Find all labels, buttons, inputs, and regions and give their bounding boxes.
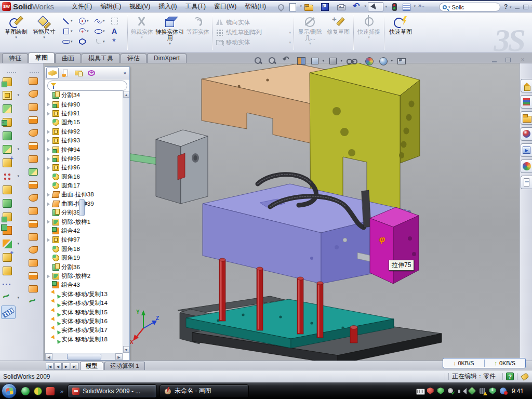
motion-study-tab[interactable]: 运动算例 1 <box>104 362 145 370</box>
options-icon[interactable] <box>401 2 411 11</box>
planar-surface-icon[interactable] <box>27 154 39 164</box>
help-button[interactable]: ? <box>504 3 508 10</box>
section-view-icon[interactable] <box>296 56 306 65</box>
model-tab[interactable]: 模型 <box>80 362 103 370</box>
delete-body-icon[interactable] <box>1 265 14 277</box>
display-style-icon[interactable] <box>328 56 338 65</box>
menu-item[interactable]: 帮助(H) <box>241 2 270 11</box>
restore-button[interactable] <box>522 3 530 10</box>
knit-surface-icon[interactable] <box>27 180 39 190</box>
health-shield-icon[interactable] <box>489 387 497 395</box>
player-quick-icon[interactable] <box>33 387 43 396</box>
feature-tree-item[interactable]: 切除-放样2 <box>45 272 123 281</box>
text-tool-button[interactable] <box>110 26 126 36</box>
file-explorer-icon[interactable] <box>521 111 532 125</box>
feature-tree-item[interactable]: 拉伸95 <box>45 154 123 163</box>
sketch-caret-icon[interactable]: ▾ <box>15 35 17 39</box>
feature-tree-item[interactable]: 圆角15 <box>45 118 123 127</box>
ribbon-tab[interactable]: DimXpert <box>147 54 187 63</box>
mirror-bodies-icon[interactable] <box>1 184 14 196</box>
messenger-offline-icon[interactable] <box>499 387 507 395</box>
pin-icon[interactable] <box>275 2 286 11</box>
search-caret-icon[interactable]: ▾ <box>448 5 450 9</box>
view-settings-icon[interactable] <box>396 56 407 65</box>
combine-icon[interactable] <box>1 224 14 236</box>
circle-tool-button[interactable]: ▾ <box>78 16 94 25</box>
antivirus-icon[interactable] <box>427 387 434 395</box>
feature-tree-item[interactable]: 圆角19 <box>45 254 123 262</box>
tag-icon[interactable] <box>521 373 529 380</box>
scroll-left-icon[interactable]: ◀ <box>45 353 52 360</box>
tree-horizontal-scrollbar[interactable]: ◀ ▶ <box>45 353 123 360</box>
view-orientation-icon[interactable] <box>310 56 320 65</box>
feature-tree-item[interactable]: 拉伸92 <box>45 127 123 136</box>
help-caret-icon[interactable]: ▾ <box>510 5 512 9</box>
swept-boss-icon[interactable] <box>1 116 14 128</box>
menu-item[interactable]: 视图(V) <box>125 2 154 11</box>
feature-tree-item[interactable]: 实体-移动/复制17 <box>45 326 123 335</box>
input-method-icon[interactable] <box>416 387 424 395</box>
polygon-tool-button[interactable] <box>78 37 94 46</box>
ribbon-tab[interactable]: 曲面 <box>55 54 81 63</box>
feature-tree-item[interactable]: 实体-移动/复制18 <box>45 335 123 344</box>
hole-wizard-icon[interactable] <box>1 157 14 169</box>
ribbon-tab[interactable]: 草图 <box>29 52 55 63</box>
split-icon[interactable] <box>1 211 14 223</box>
linear-pattern-icon[interactable] <box>1 170 14 182</box>
fillet-icon[interactable] <box>1 103 14 115</box>
save-icon[interactable] <box>320 2 330 11</box>
rib-icon[interactable] <box>1 197 14 209</box>
menu-item[interactable]: 工具(T) <box>181 2 210 11</box>
view-palette-icon[interactable] <box>521 143 532 157</box>
hscroll-thumb[interactable] <box>67 354 101 360</box>
menu-item[interactable]: 插入(I) <box>154 2 181 11</box>
feature-tree-item[interactable]: 切除-放样1 <box>45 217 123 226</box>
feature-tree-item[interactable]: 圆角16 <box>45 172 123 181</box>
rebuild-icon[interactable] <box>389 2 400 11</box>
feature-manager-tab-icon[interactable] <box>46 68 59 78</box>
ribbon-tab[interactable]: 特征 <box>2 54 28 63</box>
feature-tree-item[interactable]: 实体-移动/复制15 <box>45 308 123 316</box>
feature-tree-item[interactable]: 分割34 <box>45 91 123 100</box>
move-copy-body-icon[interactable] <box>1 238 14 250</box>
smart-dimension-caret-icon[interactable]: ▾ <box>43 35 45 39</box>
feature-tree-item[interactable]: 拉伸96 <box>45 163 123 172</box>
menu-item[interactable]: 文件(F) <box>68 2 96 11</box>
line-tool-button[interactable]: ▾ <box>62 16 77 25</box>
sketch-button[interactable]: 草图绘制 ▾ <box>2 14 30 51</box>
tree-vertical-scrollbar[interactable]: ▲ ▼ <box>123 91 129 353</box>
feature-tree-item[interactable]: 拉伸91 <box>45 109 123 118</box>
toolbar-grip[interactable] <box>30 72 39 74</box>
filled-surface-icon[interactable] <box>27 167 39 177</box>
rapid-sketch-button[interactable]: 快速草图 <box>386 14 415 51</box>
feature-tree-item[interactable]: 分割36 <box>45 262 123 271</box>
feature-tree-item[interactable]: 拉伸97 <box>45 235 123 244</box>
ruled-surface-icon[interactable] <box>27 258 39 268</box>
feature-tree-item[interactable]: 拉伸93 <box>45 136 123 145</box>
minimize-button[interactable] <box>513 3 522 10</box>
extruded-surface-icon[interactable] <box>27 76 39 86</box>
menu-item[interactable]: 编辑(E) <box>96 2 125 11</box>
feature-tree-item[interactable]: 拉伸94 <box>45 145 123 154</box>
doc-restore-button[interactable] <box>504 56 514 64</box>
start-button[interactable] <box>2 383 17 398</box>
appearances-icon[interactable] <box>521 159 532 173</box>
home-icon[interactable] <box>521 79 532 92</box>
lofted-boss-icon[interactable] <box>1 130 14 142</box>
spline-tool-icon[interactable] <box>1 292 14 304</box>
messenger-quick-icon[interactable] <box>21 387 30 396</box>
new-document-icon[interactable] <box>287 2 298 11</box>
slot-tool-button[interactable]: ▾ <box>62 37 77 46</box>
feature-tree-item[interactable]: 组合42 <box>45 227 123 235</box>
search-input[interactable]: Solic <box>452 4 464 10</box>
swept-surface-icon[interactable] <box>27 102 39 112</box>
point-tool-button[interactable] <box>110 37 126 46</box>
select-icon[interactable] <box>368 2 383 11</box>
volume-icon[interactable] <box>458 387 466 395</box>
thicken-icon[interactable] <box>27 245 39 255</box>
zoom-fit-icon[interactable] <box>254 56 264 65</box>
tab-scroll-right-icon[interactable]: ▶ <box>62 363 70 370</box>
offset-surface-icon[interactable] <box>27 141 39 151</box>
edit-appearance-icon[interactable] <box>364 56 375 65</box>
measure-icon[interactable] <box>1 305 16 319</box>
